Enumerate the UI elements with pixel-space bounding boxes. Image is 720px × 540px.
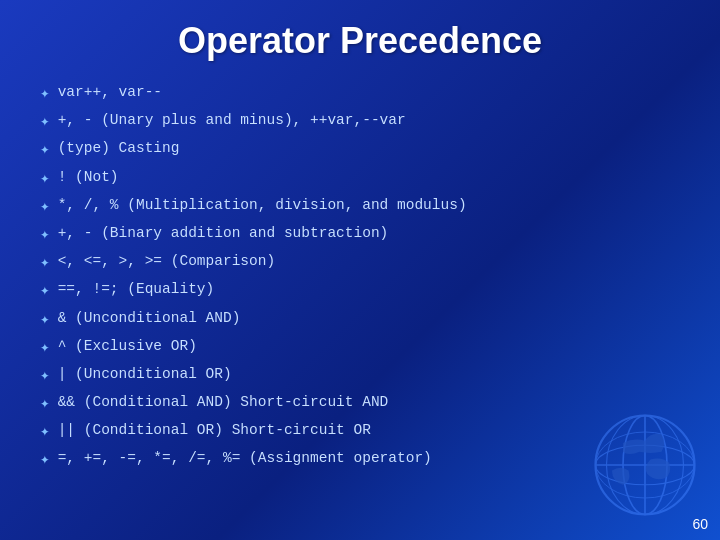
list-item-text: *, /, % (Multiplication, division, and m… (58, 193, 467, 218)
list-item-text: (type) Casting (58, 136, 180, 161)
bullet-icon: ✦ (40, 363, 50, 390)
page-number: 60 (692, 516, 708, 532)
content-list: ✦var++, var--✦+, - (Unary plus and minus… (40, 80, 680, 475)
list-item-text: & (Unconditional AND) (58, 306, 241, 331)
list-item-text: var++, var-- (58, 80, 162, 105)
bullet-icon: ✦ (40, 419, 50, 446)
list-item-text: +, - (Binary addition and subtraction) (58, 221, 389, 246)
bullet-icon: ✦ (40, 81, 50, 108)
list-item-text: && (Conditional AND) Short-circuit AND (58, 390, 389, 415)
list-item: ✦&& (Conditional AND) Short-circuit AND (40, 390, 680, 418)
list-item-text: || (Conditional OR) Short-circuit OR (58, 418, 371, 443)
bullet-icon: ✦ (40, 335, 50, 362)
list-item: ✦+, - (Unary plus and minus), ++var,--va… (40, 108, 680, 136)
list-item: ✦|| (Conditional OR) Short-circuit OR (40, 418, 680, 446)
slide: Operator Precedence ✦var++, var--✦+, - (… (0, 0, 720, 540)
bullet-icon: ✦ (40, 166, 50, 193)
list-item-text: <, <=, >, >= (Comparison) (58, 249, 276, 274)
bullet-icon: ✦ (40, 447, 50, 474)
list-item: ✦var++, var-- (40, 80, 680, 108)
bullet-icon: ✦ (40, 109, 50, 136)
bullet-icon: ✦ (40, 137, 50, 164)
list-item: ✦^ (Exclusive OR) (40, 334, 680, 362)
bullet-icon: ✦ (40, 278, 50, 305)
list-item: ✦=, +=, -=, *=, /=, %= (Assignment opera… (40, 446, 680, 474)
list-item: ✦| (Unconditional OR) (40, 362, 680, 390)
bullet-icon: ✦ (40, 250, 50, 277)
list-item: ✦(type) Casting (40, 136, 680, 164)
list-item-text: +, - (Unary plus and minus), ++var,--var (58, 108, 406, 133)
list-item: ✦& (Unconditional AND) (40, 306, 680, 334)
list-item: ✦==, !=; (Equality) (40, 277, 680, 305)
slide-title: Operator Precedence (40, 20, 680, 62)
list-item-text: ! (Not) (58, 165, 119, 190)
list-item: ✦<, <=, >, >= (Comparison) (40, 249, 680, 277)
bullet-icon: ✦ (40, 307, 50, 334)
bullet-icon: ✦ (40, 194, 50, 221)
list-item-text: =, +=, -=, *=, /=, %= (Assignment operat… (58, 446, 432, 471)
list-item: ✦! (Not) (40, 165, 680, 193)
list-item: ✦+, - (Binary addition and subtraction) (40, 221, 680, 249)
bullet-icon: ✦ (40, 222, 50, 249)
list-item-text: | (Unconditional OR) (58, 362, 232, 387)
globe-decoration (590, 410, 700, 520)
bullet-icon: ✦ (40, 391, 50, 418)
list-item-text: ==, !=; (Equality) (58, 277, 215, 302)
list-item: ✦*, /, % (Multiplication, division, and … (40, 193, 680, 221)
list-item-text: ^ (Exclusive OR) (58, 334, 197, 359)
